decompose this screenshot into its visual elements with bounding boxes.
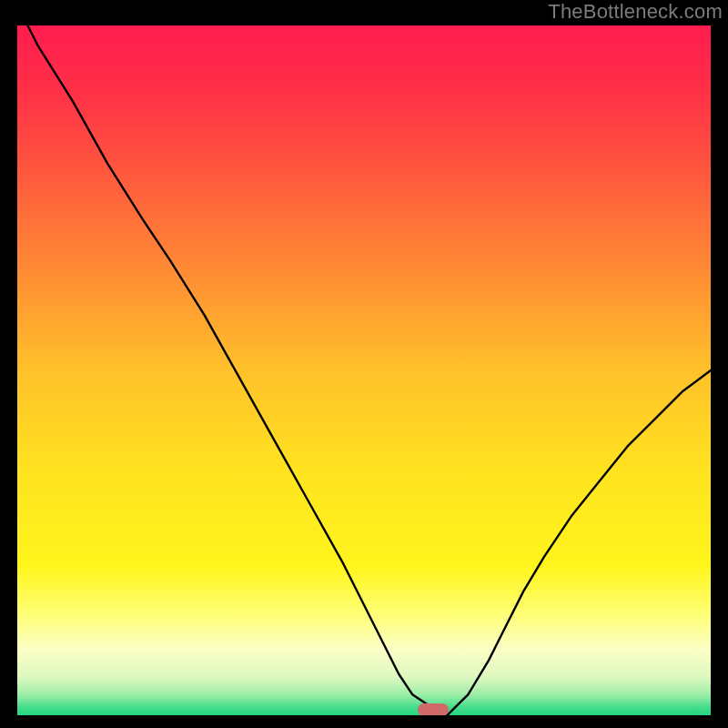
optimal-point-marker: [418, 703, 449, 715]
plot-area: [17, 25, 711, 715]
bottleneck-curve: [17, 25, 711, 715]
attribution-label: TheBottleneck.com: [548, 0, 723, 24]
chart-container: TheBottleneck.com: [0, 0, 728, 728]
